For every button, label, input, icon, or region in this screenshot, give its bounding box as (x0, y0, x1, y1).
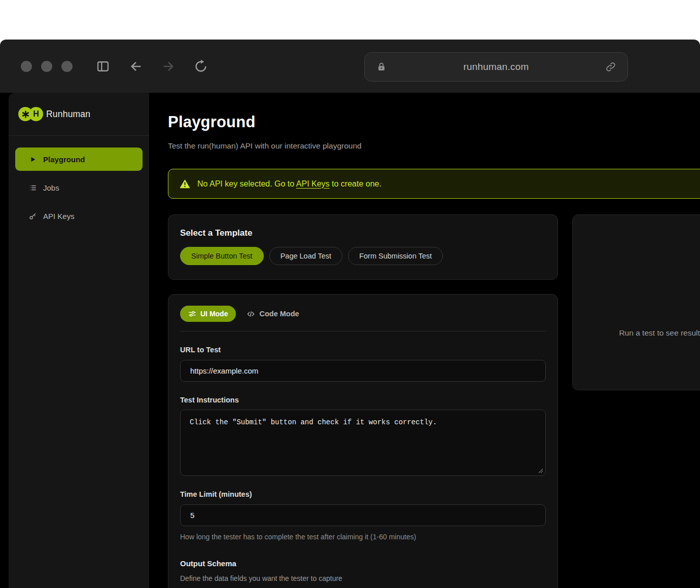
warning-icon (180, 178, 190, 189)
template-heading: Select a Template (180, 228, 546, 238)
sidebar-item-jobs[interactable]: Jobs (15, 178, 143, 197)
maximize-window-button[interactable] (61, 61, 73, 72)
url-input[interactable] (180, 360, 546, 382)
app-root: H Runhuman Playground (0, 93, 700, 588)
minimize-window-button[interactable] (41, 61, 52, 72)
time-limit-input[interactable] (180, 504, 546, 526)
time-limit-field-label: Time Limit (minutes) (180, 490, 546, 498)
instructions-field-label: Test Instructions (180, 396, 546, 404)
banner-text-prefix: No API key selected. Go to (197, 179, 296, 188)
browser-window: runhuman.com (0, 40, 700, 588)
sliders-icon (188, 310, 196, 318)
resize-grip-icon[interactable] (538, 468, 543, 473)
ui-mode-button[interactable]: UI Mode (180, 306, 236, 322)
output-schema-label: Output Schema (180, 559, 546, 568)
api-keys-link[interactable]: API Keys (296, 179, 330, 188)
main-content: Playground Test the run(human) API with … (149, 93, 700, 588)
sidebar-item-label: API Keys (43, 212, 75, 220)
screenshot-root: runhuman.com (0, 0, 700, 588)
test-config-card: UI Mode Code Mode URL to Test (168, 294, 558, 588)
template-options: Simple Button Test Page Load Test Form S… (180, 247, 546, 265)
template-option-simple-button-test[interactable]: Simple Button Test (180, 247, 264, 265)
mode-switcher: UI Mode Code Mode (180, 306, 546, 322)
share-link-icon[interactable] (605, 61, 616, 72)
sidebar-item-playground[interactable]: Playground (15, 148, 143, 171)
instructions-textarea[interactable]: Click the "Submit" button and check if i… (180, 410, 546, 476)
close-window-button[interactable] (21, 61, 32, 72)
lock-icon (376, 61, 387, 72)
section-divider (180, 331, 546, 332)
time-limit-help-text: How long the tester has to complete the … (180, 533, 546, 541)
window-controls (21, 61, 73, 72)
address-bar[interactable]: runhuman.com (364, 52, 628, 82)
url-field-label: URL to Test (180, 346, 546, 354)
sidebar-nav: Playground Jobs (9, 136, 149, 225)
template-option-page-load-test[interactable]: Page Load Test (269, 247, 343, 265)
banner-text-suffix: to create one. (330, 179, 381, 188)
back-icon[interactable] (129, 59, 143, 74)
forward-icon[interactable] (161, 59, 176, 74)
play-icon (29, 156, 37, 163)
api-key-warning-banner: No API key selected. Go to API Keys to c… (168, 169, 700, 199)
code-icon (247, 310, 255, 318)
results-empty-text: Run a test to see results (573, 328, 700, 338)
code-mode-button[interactable]: Code Mode (247, 310, 299, 318)
page-subtitle: Test the run(human) API with our interac… (168, 141, 362, 151)
page-title: Playground (168, 113, 256, 131)
ui-mode-label: UI Mode (200, 310, 228, 318)
sidebar-item-label: Jobs (43, 183, 59, 192)
results-panel: Run a test to see results (572, 214, 700, 390)
sidebar-toggle-icon[interactable] (96, 59, 110, 74)
sidebar-item-api-keys[interactable]: API Keys (15, 207, 143, 225)
sidebar: H Runhuman Playground (9, 93, 149, 588)
banner-text: No API key selected. Go to API Keys to c… (197, 179, 381, 189)
reload-icon[interactable] (194, 59, 208, 74)
template-option-form-submission-test[interactable]: Form Submission Test (348, 247, 443, 265)
logo-h-icon: H (29, 107, 43, 121)
browser-toolbar: runhuman.com (0, 40, 700, 93)
sidebar-item-label: Playground (43, 155, 85, 164)
instructions-field-wrap: Click the "Submit" button and check if i… (180, 410, 546, 476)
brand-name: Runhuman (46, 109, 90, 120)
url-text[interactable]: runhuman.com (387, 61, 605, 72)
template-card: Select a Template Simple Button Test Pag… (168, 214, 558, 280)
output-schema-help-text: Define the data fields you want the test… (180, 574, 546, 582)
list-icon (29, 184, 37, 192)
code-mode-label: Code Mode (259, 310, 299, 318)
brand-header: H Runhuman (9, 93, 149, 136)
key-icon (29, 212, 37, 220)
